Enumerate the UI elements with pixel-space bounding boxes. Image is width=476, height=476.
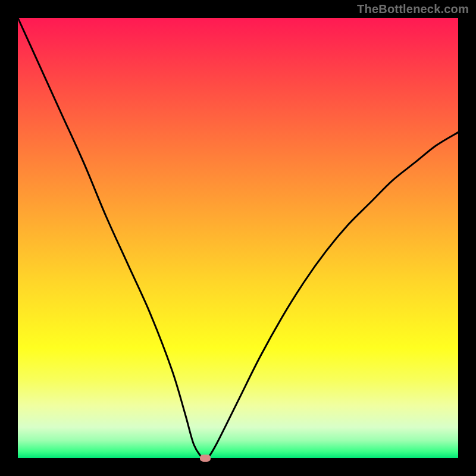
chart-frame: TheBottleneck.com [0,0,476,476]
watermark-text: TheBottleneck.com [357,2,469,16]
optimal-point-marker [200,455,211,462]
plot-area [18,18,458,458]
curve-path [18,18,458,458]
bottleneck-curve [18,18,458,458]
